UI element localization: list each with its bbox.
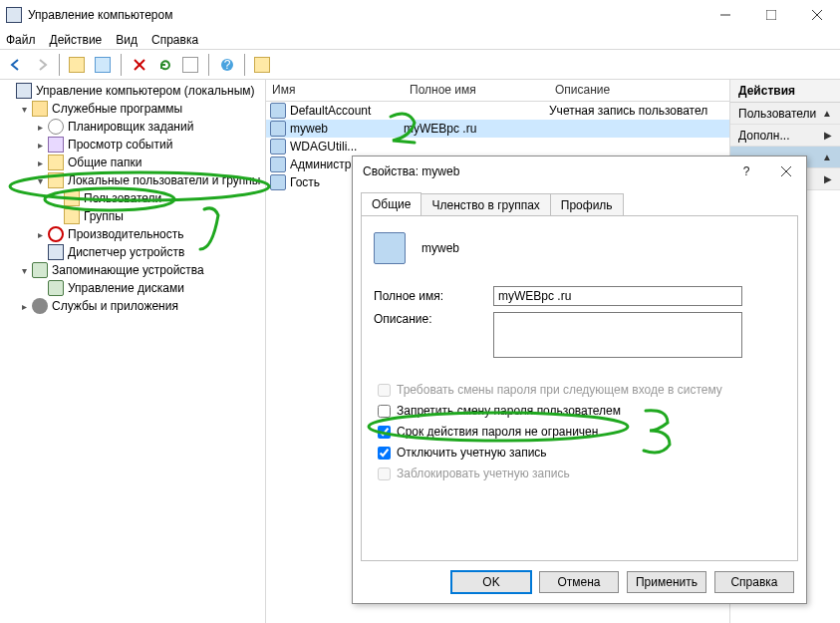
svg-text:?: ?	[224, 58, 231, 72]
check-mustchange: Требовать смены пароля при следующем вхо…	[374, 381, 785, 399]
menu-action[interactable]: Действие	[50, 33, 103, 47]
tree-scheduler[interactable]: ▸Планировщик заданий	[0, 118, 265, 136]
dialog-title: Свойства: myweb	[363, 164, 726, 178]
tab-profile[interactable]: Профиль	[550, 193, 624, 216]
tree-diskmgmt[interactable]: Управление дисками	[0, 279, 265, 297]
check-disabled[interactable]: Отключить учетную запись	[374, 444, 785, 462]
close-button[interactable]	[794, 0, 840, 30]
ok-button[interactable]: OK	[451, 571, 531, 593]
maximize-button[interactable]	[748, 0, 794, 30]
tree-storage[interactable]: ▾Запоминающие устройства	[0, 261, 265, 279]
menu-view[interactable]: Вид	[116, 33, 138, 47]
dialog-username: myweb	[421, 241, 459, 255]
computer-icon	[16, 83, 32, 99]
tree-sharedfolders[interactable]: ▸Общие папки	[0, 154, 265, 171]
checkbox-locked	[378, 467, 391, 480]
tree-devmgr[interactable]: Диспетчер устройств	[0, 243, 265, 261]
actions-more[interactable]: Дополн...▶	[730, 125, 840, 147]
help-button-dlg[interactable]: Справка	[714, 571, 794, 593]
user-large-icon	[374, 232, 406, 264]
col-fullname[interactable]: Полное имя	[404, 80, 549, 101]
list-item[interactable]: WDAGUtili...	[266, 138, 729, 156]
chevron-right-icon: ▶	[824, 130, 832, 141]
checkbox-mustchange	[378, 384, 391, 397]
input-description[interactable]	[493, 312, 742, 358]
dialog-titlebar: Свойства: myweb ?	[353, 156, 806, 186]
tree-eventviewer[interactable]: ▸Просмотр событий	[0, 136, 265, 154]
chevron-right-icon: ▶	[824, 173, 832, 184]
tree-services[interactable]: ▸Службы и приложения	[0, 297, 265, 315]
tree-localusers[interactable]: ▾Локальные пользователи и группы	[0, 171, 265, 189]
checkbox-cantchange[interactable]	[378, 405, 391, 418]
tab-general[interactable]: Общие	[361, 192, 421, 215]
menu-file[interactable]: Файл	[6, 33, 36, 47]
performance-icon	[48, 226, 64, 242]
list-header: Имя Полное имя Описание	[266, 80, 729, 102]
clock-icon	[48, 119, 64, 135]
minimize-button[interactable]	[702, 0, 748, 30]
actions-users[interactable]: Пользователи▲	[730, 103, 840, 125]
properties-button[interactable]	[251, 53, 275, 77]
dialog-buttons: OK Отмена Применить Справка	[353, 561, 806, 603]
disk-mgmt-icon	[48, 280, 64, 296]
device-manager-icon	[48, 244, 64, 260]
svg-rect-1	[766, 10, 776, 20]
storage-icon	[32, 262, 48, 278]
tools-icon	[32, 101, 48, 117]
check-noexpire[interactable]: Срок действия пароля не ограничен	[374, 423, 785, 441]
nav-back-button[interactable]	[4, 53, 28, 77]
dialog-help-button[interactable]: ?	[726, 156, 766, 186]
folder-icon	[48, 155, 64, 170]
apply-button[interactable]: Применить	[627, 571, 706, 593]
menu-help[interactable]: Справка	[151, 33, 198, 47]
folder-icon	[64, 190, 80, 206]
nav-forward-button[interactable]	[30, 53, 54, 77]
tree-perf[interactable]: ▸Производительность	[0, 225, 265, 243]
cancel-button[interactable]: Отмена	[539, 571, 619, 593]
tree-tools[interactable]: ▾Служебные программы	[0, 100, 265, 118]
user-icon	[270, 156, 286, 172]
user-icon	[270, 174, 286, 190]
list-item-selected[interactable]: myweb myWEBpc .ru	[266, 120, 729, 138]
show-hide-tree-button[interactable]	[92, 53, 116, 77]
export-list-button[interactable]	[179, 53, 203, 77]
toolbar: ?	[0, 50, 840, 80]
refresh-button[interactable]	[153, 53, 177, 77]
window-title: Управление компьютером	[28, 8, 702, 22]
event-viewer-icon	[48, 137, 64, 153]
menubar: Файл Действие Вид Справка	[0, 30, 840, 50]
input-fullname[interactable]	[493, 286, 742, 306]
check-cantchange[interactable]: Запретить смену пароля пользователем	[374, 402, 785, 420]
dialog-body: myweb Полное имя: Описание: Требовать см…	[361, 215, 798, 561]
tree-groups[interactable]: Группы	[0, 207, 265, 225]
collapse-icon: ▲	[822, 108, 832, 119]
list-item[interactable]: DefaultAccount Учетная запись пользовате…	[266, 102, 729, 120]
properties-dialog: Свойства: myweb ? Общие Членство в групп…	[352, 156, 807, 604]
tab-membership[interactable]: Членство в группах	[420, 193, 550, 216]
actions-header: Действия	[730, 80, 840, 103]
window-titlebar: Управление компьютером	[0, 0, 840, 30]
label-desc: Описание:	[374, 312, 493, 326]
checkbox-disabled[interactable]	[378, 447, 391, 460]
user-icon	[270, 121, 286, 137]
folder-icon	[64, 208, 80, 224]
tree-users[interactable]: Пользователи	[0, 189, 265, 207]
dialog-close-button[interactable]	[766, 156, 806, 186]
user-icon	[270, 103, 286, 119]
user-icon	[270, 139, 286, 155]
tree-root[interactable]: Управление компьютером (локальным)	[0, 82, 265, 100]
users-folder-icon	[48, 172, 64, 188]
tree-pane[interactable]: Управление компьютером (локальным) ▾Служ…	[0, 80, 266, 623]
col-desc[interactable]: Описание	[549, 80, 729, 101]
up-level-button[interactable]	[66, 53, 90, 77]
dialog-tabs: Общие Членство в группах Профиль	[353, 186, 806, 215]
check-locked: Заблокировать учетную запись	[374, 465, 785, 482]
app-icon	[6, 7, 22, 23]
delete-button[interactable]	[128, 53, 151, 77]
gear-icon	[32, 298, 48, 314]
col-name[interactable]: Имя	[266, 80, 404, 101]
checkbox-noexpire[interactable]	[378, 426, 391, 439]
collapse-icon: ▲	[822, 152, 832, 162]
help-button[interactable]: ?	[215, 53, 239, 77]
label-fullname: Полное имя:	[374, 289, 493, 303]
